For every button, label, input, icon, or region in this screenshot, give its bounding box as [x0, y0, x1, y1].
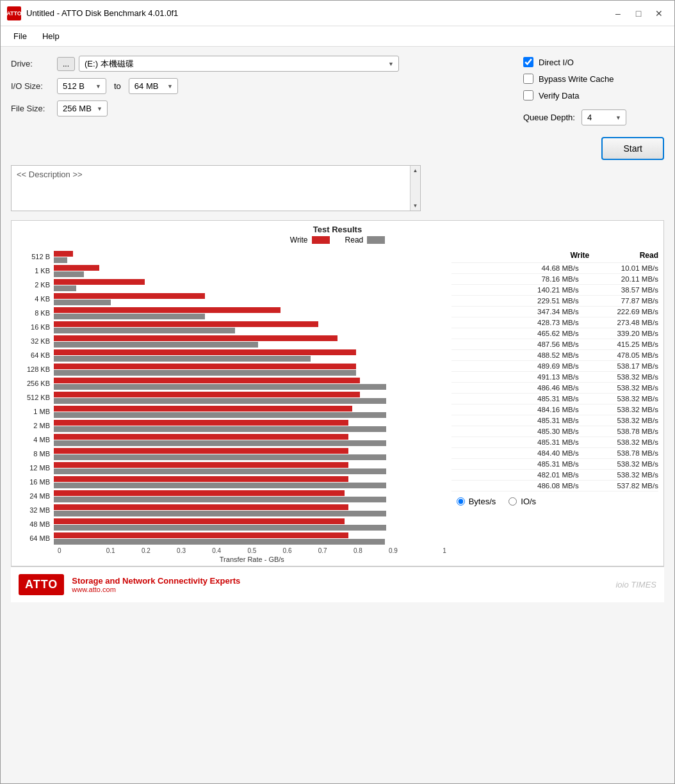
legend-write-color — [312, 236, 330, 244]
axis-tick: 0.4 — [199, 547, 234, 554]
write-bar — [54, 448, 348, 454]
read-value: 538.32 MB/s — [579, 471, 658, 479]
table-row: 486.08 MB/s537.82 MB/s — [451, 481, 658, 492]
read-bar — [54, 412, 386, 418]
bypass-cache-checkbox[interactable] — [523, 74, 533, 84]
ios-radio-label[interactable]: IO/s — [508, 497, 536, 506]
table-row: 485.31 MB/s538.32 MB/s — [451, 437, 658, 448]
footer-sub-text: www.atto.com — [72, 586, 240, 593]
read-bar — [54, 257, 67, 263]
bar-pair — [54, 251, 446, 263]
read-bar — [54, 384, 386, 390]
scroll-down-icon[interactable]: ▼ — [413, 201, 418, 211]
atto-logo: ATTO — [19, 574, 64, 595]
chart-section: Test Results Write Read 512 B1 KB2 KB4 K… — [11, 220, 664, 566]
file-size-select[interactable]: 256 MB512 MB1 GB2 GB4 GB8 GB — [57, 100, 108, 116]
bar-label: 1 MB — [17, 408, 54, 415]
file-size-row: File Size: 256 MB512 MB1 GB2 GB4 GB8 GB — [11, 100, 510, 116]
verify-data-label: Verify Data — [539, 91, 580, 100]
io-from-wrapper: 512 B1 KB2 KB4 KB8 KB16 KB32 KB64 KB128 … — [57, 78, 106, 94]
read-value: 538.32 MB/s — [579, 438, 658, 446]
write-value: 485.31 MB/s — [499, 460, 578, 468]
read-value: 538.32 MB/s — [579, 395, 658, 403]
bar-row: 32 MB — [17, 503, 446, 517]
bar-row: 2 MB — [17, 419, 446, 433]
chart-title: Test Results — [12, 221, 663, 236]
titlebar: ATTO Untitled - ATTO Disk Benchmark 4.01… — [1, 1, 674, 26]
main-content: Drive: ... (E:) 本機磁碟 I/O Size: 512 B1 KB… — [1, 47, 674, 783]
io-from-select[interactable]: 512 B1 KB2 KB4 KB8 KB16 KB32 KB64 KB128 … — [57, 78, 106, 94]
footer-main-text: Storage and Network Connectivity Experts — [72, 576, 240, 586]
bar-row: 4 KB — [17, 292, 446, 306]
footer: ATTO Storage and Network Connectivity Ex… — [11, 566, 664, 602]
menu-help[interactable]: Help — [35, 29, 67, 44]
read-bar — [54, 398, 386, 404]
write-bar — [54, 251, 73, 257]
bytes-radio[interactable] — [457, 497, 465, 506]
bar-label: 16 KB — [17, 323, 54, 331]
io-size-controls: 512 B1 KB2 KB4 KB8 KB16 KB32 KB64 KB128 … — [57, 78, 178, 94]
io-to-select[interactable]: 4 KB8 KB16 KB32 KB64 KB128 KB256 KB512 K… — [129, 78, 178, 94]
write-bar — [54, 532, 348, 538]
side-controls: Direct I/O Bypass Write Cache Verify Dat… — [510, 56, 664, 160]
bar-row: 16 MB — [17, 475, 446, 489]
app-logo: ATTO — [7, 6, 21, 20]
bar-pair — [54, 321, 446, 333]
close-button[interactable]: ✕ — [650, 4, 668, 22]
table-row: 44.68 MB/s10.01 MB/s — [451, 263, 658, 274]
axis-tick: 0.2 — [128, 547, 163, 554]
verify-data-row: Verify Data — [523, 90, 664, 100]
legend-write-label: Write — [290, 236, 308, 244]
table-row: 140.21 MB/s38.57 MB/s — [451, 285, 658, 296]
description-box: << Description >> ▲ ▼ — [11, 165, 421, 211]
direct-io-checkbox[interactable] — [523, 57, 533, 67]
drive-select[interactable]: (E:) 本機磁碟 — [79, 56, 399, 72]
bar-label: 32 KB — [17, 337, 54, 345]
read-bar — [54, 314, 205, 319]
queue-depth-select[interactable]: 12481632 — [581, 109, 626, 125]
write-value: 485.31 MB/s — [499, 417, 578, 424]
read-value: 538.78 MB/s — [579, 449, 658, 457]
minimize-button[interactable]: – — [609, 4, 627, 22]
bar-label: 64 MB — [17, 534, 54, 542]
results-read-header: Read — [589, 251, 658, 260]
start-button[interactable]: Start — [601, 137, 664, 160]
write-value: 486.08 MB/s — [499, 482, 578, 490]
read-bar — [54, 539, 385, 545]
scroll-up-icon[interactable]: ▲ — [413, 166, 418, 175]
write-bar — [54, 321, 318, 327]
table-row: 428.73 MB/s273.48 MB/s — [451, 317, 658, 328]
bar-pair — [54, 462, 446, 474]
table-row: 78.16 MB/s20.11 MB/s — [451, 274, 658, 285]
browse-button[interactable]: ... — [57, 57, 75, 71]
write-value: 484.16 MB/s — [499, 406, 578, 413]
description-scrollbar[interactable]: ▲ ▼ — [410, 166, 420, 211]
io-to-label: to — [114, 81, 121, 91]
bar-label: 512 B — [17, 253, 54, 260]
bar-label: 24 MB — [17, 492, 54, 500]
write-bar — [54, 349, 356, 355]
bars-area: 512 B1 KB2 KB4 KB8 KB16 KB32 KB64 KB128 … — [17, 250, 446, 545]
write-value: 347.34 MB/s — [499, 308, 578, 316]
read-value: 10.01 MB/s — [579, 264, 658, 272]
bytes-radio-label[interactable]: Bytes/s — [457, 497, 496, 506]
verify-data-checkbox[interactable] — [523, 90, 533, 100]
write-value: 229.51 MB/s — [499, 297, 578, 305]
bar-label: 8 KB — [17, 309, 54, 317]
write-value: 465.62 MB/s — [499, 330, 578, 337]
ios-radio[interactable] — [508, 497, 517, 506]
file-size-label: File Size: — [11, 104, 57, 113]
write-value: 485.31 MB/s — [499, 438, 578, 446]
axis-ticks: 00.10.20.30.40.50.60.70.80.91 — [58, 545, 446, 554]
bar-pair — [54, 490, 446, 502]
write-value: 487.56 MB/s — [499, 340, 578, 348]
menu-file[interactable]: File — [6, 29, 35, 44]
bar-row: 2 KB — [17, 278, 446, 292]
bar-pair — [54, 349, 446, 362]
io-to-wrapper: 4 KB8 KB16 KB32 KB64 KB128 KB256 KB512 K… — [129, 78, 178, 94]
bar-label: 2 MB — [17, 422, 54, 429]
bar-label: 4 MB — [17, 436, 54, 444]
axis-tick: 0.6 — [270, 547, 305, 554]
maximize-button[interactable]: □ — [630, 4, 647, 22]
io-size-row: I/O Size: 512 B1 KB2 KB4 KB8 KB16 KB32 K… — [11, 78, 510, 94]
